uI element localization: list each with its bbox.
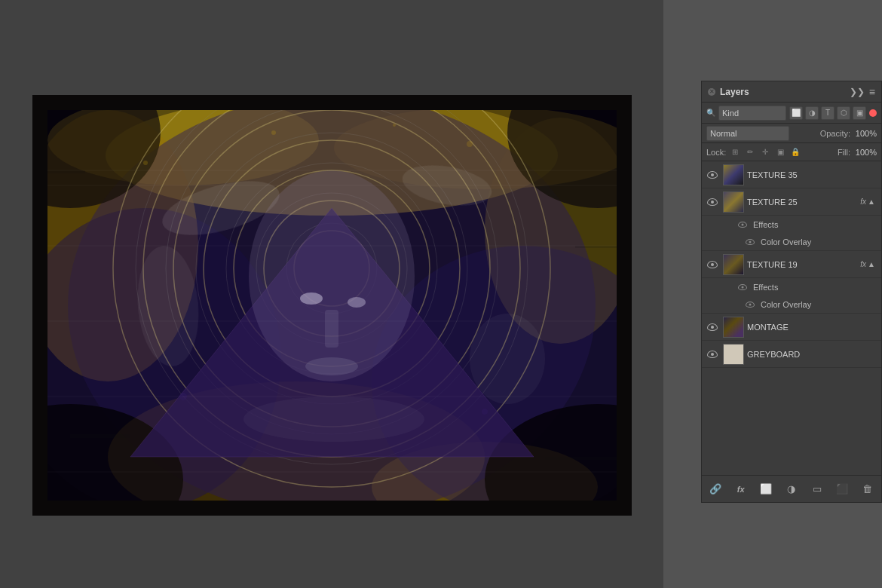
- add-fx-button[interactable]: fx: [733, 482, 749, 497]
- lock-image-button[interactable]: ✏: [744, 146, 756, 158]
- fill-control: Fill: 100%: [838, 148, 877, 157]
- add-mask-button[interactable]: ⬜: [758, 482, 773, 497]
- svg-rect-34: [325, 310, 338, 348]
- svg-point-50: [482, 409, 488, 415]
- layer-greyboard-thumbnail: [723, 344, 744, 365]
- color-overlay-label-texture25: Color Overlay: [761, 237, 811, 247]
- eye-icon: [707, 171, 718, 179]
- svg-point-45: [271, 130, 276, 135]
- eye-icon: [707, 323, 718, 331]
- effect-group-texture19: Effects Color Overlay: [702, 278, 881, 314]
- layer-texture19-info: TEXTURE 19: [747, 260, 860, 269]
- color-overlay-label-texture19: Color Overlay: [761, 300, 811, 309]
- filter-icons: ⬜ ◑ T ⬡ ▣: [789, 106, 866, 120]
- fill-value[interactable]: 100%: [853, 148, 877, 157]
- panel-bottom-toolbar: 🔗 fx ⬜ ◑ ▭ ⬛ 🗑: [702, 475, 881, 502]
- svg-point-32: [300, 292, 323, 305]
- layer-greyboard[interactable]: GREYBOARD: [702, 341, 881, 368]
- layer-texture19[interactable]: TEXTURE 19 fx ▲: [702, 251, 881, 278]
- layer-texture25-info: TEXTURE 25: [747, 198, 860, 207]
- artwork-canvas: [32, 95, 632, 516]
- effects-visibility-texture19[interactable]: [735, 280, 750, 295]
- fx-icon: fx: [860, 198, 866, 206]
- layer-texture25-visibility[interactable]: [705, 194, 720, 210]
- color-overlay-visibility-texture25[interactable]: [743, 234, 758, 250]
- layer-greyboard-info: GREYBOARD: [747, 350, 878, 359]
- filter-image-icon[interactable]: ⬜: [789, 106, 803, 120]
- svg-rect-44: [545, 457, 620, 460]
- layer-texture35-info: TEXTURE 35: [747, 170, 878, 179]
- filter-shape-icon[interactable]: ⬡: [837, 106, 850, 120]
- filter-smart-icon[interactable]: ▣: [853, 106, 866, 120]
- svg-point-47: [467, 141, 473, 147]
- search-icon: 🔍: [706, 109, 715, 117]
- panel-close-button[interactable]: ✕: [708, 88, 715, 96]
- kind-dropdown[interactable]: Kind Name Effect Mode: [718, 106, 786, 121]
- blend-mode-dropdown[interactable]: Normal Multiply Screen Overlay: [706, 126, 789, 141]
- panel-header: ✕ Layers ❯❯ ≡: [702, 81, 881, 103]
- panel-menu-icon[interactable]: ≡: [869, 86, 875, 98]
- layer-montage[interactable]: MONTAGE: [702, 314, 881, 341]
- layer-texture19-name: TEXTURE 19: [747, 260, 860, 269]
- svg-point-40: [243, 397, 424, 442]
- layer-texture19-thumbnail: [723, 254, 744, 275]
- delete-layer-button[interactable]: 🗑: [860, 482, 875, 497]
- fill-label: Fill:: [838, 148, 850, 157]
- filter-adjust-icon[interactable]: ◑: [805, 106, 819, 120]
- lock-all-button[interactable]: 🔒: [789, 146, 801, 158]
- svg-point-35: [305, 357, 358, 375]
- layer-montage-visibility[interactable]: [705, 320, 720, 335]
- layer-greyboard-visibility[interactable]: [705, 347, 720, 362]
- new-layer-button[interactable]: ⬛: [835, 482, 850, 497]
- filter-text-icon[interactable]: T: [821, 106, 835, 120]
- layer-texture35-name: TEXTURE 35: [747, 170, 878, 179]
- panel-collapse-icon[interactable]: ❯❯: [850, 87, 865, 97]
- add-adjustment-button[interactable]: ◑: [784, 482, 799, 497]
- svg-rect-43: [70, 434, 130, 438]
- color-overlay-visibility-texture19[interactable]: [743, 297, 758, 312]
- lock-row: Lock: ⊞ ✏ ✛ ▣ 🔒 Fill: 100%: [702, 143, 881, 161]
- layer-montage-thumbnail: [723, 317, 744, 338]
- layer-texture25-thumbnail: [723, 191, 744, 213]
- canvas-area: [0, 0, 663, 588]
- effects-label-texture25: Effects: [753, 220, 778, 229]
- opacity-value[interactable]: 100%: [853, 129, 877, 138]
- svg-point-33: [348, 297, 366, 308]
- effects-header-texture25[interactable]: Effects: [702, 216, 881, 234]
- layer-greyboard-name: GREYBOARD: [747, 350, 878, 359]
- opacity-control: Opacity: 100%: [820, 129, 877, 138]
- layer-texture25[interactable]: TEXTURE 25 fx ▲: [702, 188, 881, 216]
- layer-texture25-fx: fx ▲: [860, 198, 875, 206]
- fx-expand-arrow[interactable]: ▲: [868, 260, 875, 268]
- small-eye-icon: [738, 222, 747, 228]
- layer-texture35-visibility[interactable]: [705, 167, 720, 182]
- layer-texture35[interactable]: TEXTURE 35: [702, 161, 881, 188]
- eye-icon: [707, 351, 718, 358]
- svg-point-39: [470, 314, 545, 404]
- lock-icons: ⊞ ✏ ✛ ▣ 🔒: [729, 146, 801, 158]
- lock-artboard-button[interactable]: ▣: [774, 146, 786, 158]
- color-overlay-texture25[interactable]: Color Overlay: [702, 234, 881, 250]
- blend-mode-row: Normal Multiply Screen Overlay Opacity: …: [702, 124, 881, 143]
- effects-visibility-texture25[interactable]: [735, 217, 750, 232]
- lock-position-button[interactable]: ✛: [759, 146, 771, 158]
- add-group-button[interactable]: ▭: [810, 482, 825, 497]
- layer-montage-name: MONTAGE: [747, 323, 878, 332]
- effects-header-texture19[interactable]: Effects: [702, 278, 881, 296]
- link-layers-button[interactable]: 🔗: [708, 482, 723, 497]
- layer-texture19-visibility[interactable]: [705, 257, 720, 272]
- fx-expand-arrow[interactable]: ▲: [868, 198, 875, 206]
- color-overlay-texture19[interactable]: Color Overlay: [702, 296, 881, 313]
- eye-icon: [707, 261, 718, 268]
- layers-list[interactable]: TEXTURE 35 TEXTURE 25 fx ▲ Effects: [702, 161, 881, 475]
- layers-panel: ✕ Layers ❯❯ ≡ 🔍 Kind Name Effect Mode ⬜ …: [701, 81, 882, 503]
- layer-montage-info: MONTAGE: [747, 323, 878, 332]
- small-eye-icon: [738, 284, 747, 290]
- panel-title: Layers: [720, 87, 749, 97]
- lock-transparent-button[interactable]: ⊞: [729, 146, 741, 158]
- opacity-label: Opacity:: [820, 129, 850, 138]
- artwork-container: [32, 95, 632, 516]
- svg-point-48: [143, 161, 148, 165]
- artwork-svg: [32, 95, 632, 516]
- effect-group-texture25: Effects Color Overlay: [702, 216, 881, 251]
